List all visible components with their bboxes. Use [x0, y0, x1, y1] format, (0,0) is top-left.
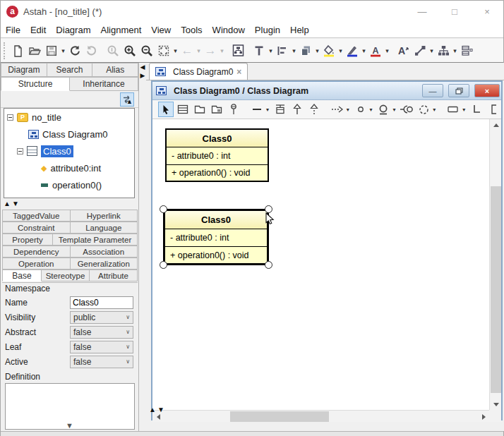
scroll-up-button[interactable] [490, 119, 502, 131]
minimize-button[interactable]: — [406, 1, 438, 22]
tab-diagram[interactable]: Diagram [1, 63, 47, 77]
collaboration-tool-dropdown[interactable]: ▾ [433, 107, 438, 113]
fill-color-icon[interactable] [320, 42, 337, 60]
dependency-tool[interactable] [330, 102, 345, 117]
class-box[interactable]: Class0 - attribute0 : int + operation0()… [165, 128, 269, 182]
class-tool[interactable] [175, 102, 191, 117]
child-minimize-button[interactable]: — [422, 84, 443, 97]
back-dropdown[interactable]: ▾ [196, 47, 202, 54]
diagram-canvas[interactable]: Class0 - attribute0 : int + operation0()… [152, 119, 489, 410]
pane-resize-buttons[interactable]: ▲▼ [4, 200, 20, 207]
resize-handle-sw[interactable] [160, 261, 167, 269]
collapse-panel-button[interactable]: ▼ [1, 421, 138, 430]
connector-style-icon[interactable] [412, 42, 428, 60]
leaf-select[interactable]: false∨ [70, 341, 133, 353]
vertical-scrollbar[interactable] [489, 119, 501, 410]
resize-handle-se[interactable] [265, 261, 272, 269]
tree-item-operation0[interactable]: operation0() [4, 176, 134, 193]
copy-style-icon[interactable] [297, 42, 314, 60]
tree-item-attribute0[interactable]: ◆ attribute0:int [4, 159, 134, 176]
auto-layout-icon[interactable] [435, 42, 452, 60]
back-icon[interactable]: ← [179, 42, 196, 60]
ptab-generalization[interactable]: Generalization [71, 258, 138, 270]
ptab-taggedvalue[interactable]: TaggedValue [2, 210, 71, 222]
menu-help[interactable]: Help [290, 25, 309, 35]
child-restore-button[interactable] [448, 84, 469, 97]
fit-to-window-icon[interactable] [155, 42, 172, 60]
ptab-dependency[interactable]: Dependency [2, 246, 71, 258]
line-color-icon[interactable] [344, 42, 361, 60]
maximize-button[interactable]: □ [438, 1, 471, 22]
name-field[interactable] [70, 296, 133, 309]
auto-layout-dropdown[interactable]: ▾ [452, 47, 458, 54]
tree-item-project[interactable]: P no_title [4, 109, 134, 126]
splitter-left-icon[interactable]: ◀ [139, 63, 146, 71]
select-tool[interactable] [158, 102, 174, 117]
structure-view-icon[interactable] [229, 42, 246, 60]
instance-tool-dropdown[interactable]: ▾ [392, 107, 397, 113]
vertical-scroll-thumb[interactable] [491, 186, 501, 393]
collapse-expander-icon[interactable] [7, 114, 13, 121]
dependency-tool-dropdown[interactable]: ▾ [347, 107, 352, 113]
frame-tool[interactable] [486, 102, 501, 117]
zoom-original-icon[interactable] [104, 42, 121, 60]
pin-tool[interactable] [226, 102, 241, 117]
horizontal-scroll-thumb[interactable] [230, 411, 329, 422]
menu-view[interactable]: View [151, 25, 171, 35]
scroll-down-button[interactable] [490, 399, 502, 410]
menu-tools[interactable]: Tools [181, 25, 202, 35]
scroll-right-button[interactable] [478, 411, 489, 423]
vertex-tool[interactable] [469, 102, 484, 117]
circle-tool-dropdown[interactable]: ▾ [370, 107, 375, 113]
tab-close-icon[interactable]: × [236, 67, 241, 77]
align-icon[interactable] [274, 42, 291, 60]
required-interface-tool[interactable] [399, 102, 414, 117]
line-tool-dropdown[interactable]: ▾ [266, 107, 271, 113]
resize-handle-nw[interactable] [160, 205, 167, 213]
tab-alias[interactable]: Alias [92, 63, 138, 77]
menu-diagram[interactable]: Diagram [56, 25, 90, 35]
zoom-in-icon[interactable] [121, 42, 138, 60]
forward-icon[interactable]: → [202, 42, 219, 60]
save-icon[interactable] [43, 42, 60, 60]
child-close-button[interactable]: × [474, 84, 500, 97]
active-select[interactable]: false∨ [70, 356, 133, 368]
new-file-icon[interactable] [9, 42, 26, 60]
ptab-hyperlink[interactable]: Hyperlink [71, 210, 138, 222]
circle-tool[interactable] [353, 102, 368, 117]
tree-item-class-diagram[interactable]: Class Diagram0 [4, 126, 134, 143]
menu-plugin[interactable]: Plugin [255, 25, 280, 35]
close-button[interactable]: × [471, 1, 503, 22]
generalization-tool[interactable] [289, 102, 305, 117]
font-color-dropdown[interactable]: ▾ [384, 47, 390, 54]
package-contents-tool[interactable] [209, 102, 224, 117]
editor-pane-buttons[interactable]: ▲▼ [149, 406, 166, 413]
package-tool[interactable] [192, 102, 208, 117]
align-dropdown[interactable]: ▾ [291, 47, 297, 54]
ptab-base[interactable]: Base [2, 270, 42, 281]
menu-edit[interactable]: Edit [30, 25, 46, 35]
ptab-attribute[interactable]: Attribute [90, 270, 138, 281]
vertical-align-dropdown[interactable]: ▾ [268, 47, 274, 54]
ptab-operation[interactable]: Operation [2, 258, 71, 270]
tab-search[interactable]: Search [47, 63, 93, 77]
ptab-association[interactable]: Association [71, 246, 138, 258]
copy-style-dropdown[interactable]: ▾ [314, 47, 320, 54]
collaboration-tool[interactable] [416, 102, 431, 117]
abstract-select[interactable]: false∨ [70, 326, 133, 339]
tab-structure[interactable]: Structure [1, 77, 70, 91]
fit-dropdown[interactable]: ▾ [172, 47, 179, 54]
tree-item-class0[interactable]: Class0 [4, 143, 134, 159]
menu-window[interactable]: Window [212, 25, 245, 35]
realization-tool[interactable] [306, 102, 322, 117]
connector-style-dropdown[interactable]: ▾ [428, 47, 435, 54]
grid-list-icon[interactable] [458, 42, 475, 60]
splitter-right-icon[interactable]: ▶ [139, 71, 146, 80]
note-tool[interactable] [445, 102, 461, 117]
line-tool[interactable] [249, 102, 265, 117]
open-icon[interactable] [26, 42, 43, 60]
ptab-constraint[interactable]: Constraint [2, 222, 71, 234]
toolbar-drag-handle[interactable] [4, 42, 6, 59]
note-tool-dropdown[interactable]: ▾ [462, 107, 467, 113]
ptab-stereotype[interactable]: Stereotype [42, 270, 90, 281]
